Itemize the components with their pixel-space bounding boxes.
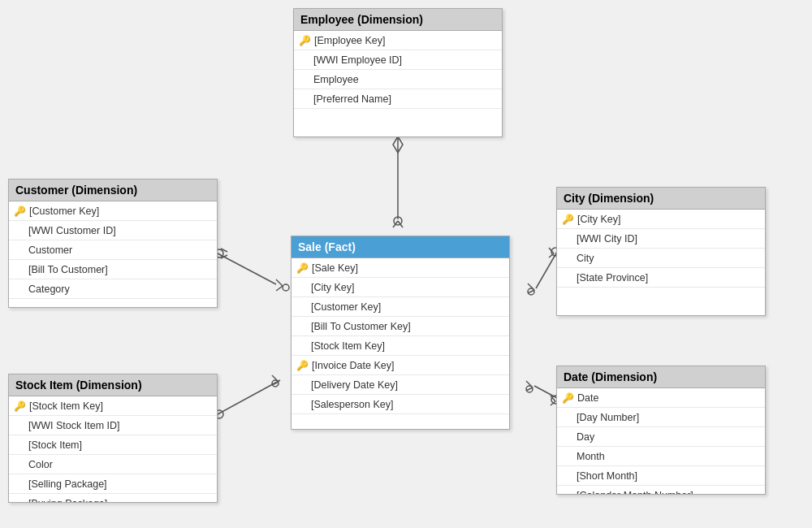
svg-line-5 (218, 253, 276, 284)
row-text: [Employee Key] (314, 35, 386, 46)
svg-marker-1 (393, 136, 403, 153)
row-text: [Delivery Date Key] (311, 379, 398, 391)
spacer (296, 282, 308, 293)
stockitem-table-body[interactable]: 🔑 [Stock Item Key] [WWI Stock Item ID] [… (9, 396, 217, 502)
spacer (296, 399, 308, 410)
row-text: [Stock Item Key] (311, 340, 385, 352)
spacer (562, 490, 573, 495)
row-text: Date (577, 392, 598, 404)
row-text: [City Key] (577, 214, 621, 225)
table-row: [Bill To Customer Key] (292, 317, 509, 336)
customer-table: Customer (Dimension) 🔑 [Customer Key] [W… (8, 179, 218, 308)
table-row: [Buying Package] (9, 494, 217, 502)
row-text: [State Province] (577, 272, 648, 283)
table-row: City (557, 249, 765, 268)
spacer (14, 283, 25, 295)
svg-line-26 (534, 386, 557, 398)
table-row: [Delivery Date Key] (292, 375, 509, 395)
table-row: 🔑 [Employee Key] (294, 31, 502, 50)
row-text: [Bill To Customer] (28, 264, 108, 275)
spacer (14, 420, 25, 431)
spacer (562, 412, 573, 423)
table-row: 🔑 Date (557, 388, 765, 408)
key-icon: 🔑 (296, 360, 309, 371)
svg-line-15 (528, 290, 534, 293)
key-icon: 🔑 (296, 262, 309, 274)
svg-point-9 (283, 284, 289, 291)
spacer (14, 478, 25, 490)
spacer (562, 451, 573, 462)
row-text: [Stock Item Key] (29, 400, 103, 412)
employee-table: Employee (Dimension) 🔑 [Employee Key] [W… (293, 8, 503, 137)
row-text: [Customer Key] (29, 206, 99, 217)
table-row: 🔑 [Invoice Date Key] (292, 356, 509, 375)
spacer (14, 459, 25, 470)
city-table-header: City (Dimension) (557, 188, 765, 210)
city-table-body[interactable]: 🔑 [City Key] [WWI City ID] City [State P… (557, 210, 765, 315)
sale-table: Sale (Fact) 🔑 [Sale Key] [City Key] [Cus… (291, 236, 510, 430)
row-text: Day (577, 431, 594, 443)
table-row: [Preferred Name] (294, 89, 502, 109)
row-text: [Preferred Name] (313, 93, 391, 105)
table-row: 🔑 [City Key] (557, 210, 765, 229)
table-row: 🔑 [Customer Key] (9, 201, 217, 221)
spacer (299, 93, 310, 105)
table-row: [Day Number] (557, 408, 765, 427)
svg-line-10 (221, 249, 227, 252)
row-text: Color (28, 459, 53, 470)
svg-line-32 (551, 401, 555, 405)
spacer (562, 233, 573, 245)
spacer (14, 264, 25, 275)
table-row: [City Key] (292, 278, 509, 297)
row-text: Employee (313, 74, 359, 85)
svg-line-12 (536, 252, 557, 288)
table-row: [State Province] (557, 268, 765, 288)
table-row: Month (557, 447, 765, 466)
row-text: City (577, 253, 594, 264)
spacer (299, 74, 310, 85)
svg-line-7 (276, 279, 283, 286)
table-row: [Selling Package] (9, 474, 217, 494)
svg-line-22 (272, 382, 279, 385)
row-text: [City Key] (311, 282, 355, 293)
row-text: [Day Number] (577, 412, 639, 423)
table-row: Customer (9, 240, 217, 260)
spacer (562, 272, 573, 283)
sale-table-body[interactable]: 🔑 [Sale Key] [City Key] [Customer Key] [… (292, 258, 509, 429)
row-text: Month (577, 451, 605, 462)
svg-point-2 (394, 217, 402, 225)
row-text: [Salesperson Key] (311, 399, 393, 410)
svg-point-23 (272, 380, 279, 387)
employee-table-body[interactable]: 🔑 [Employee Key] [WWI Employee ID] Emplo… (294, 31, 502, 136)
svg-line-14 (528, 283, 534, 290)
customer-table-body[interactable]: 🔑 [Customer Key] [WWI Customer ID] Custo… (9, 201, 217, 307)
row-text: [Invoice Date Key] (312, 360, 394, 371)
row-text: [Bill To Customer Key] (311, 321, 411, 332)
spacer (562, 470, 573, 482)
date-table-body[interactable]: 🔑 Date [Day Number] Day Month [Short Mon… (557, 388, 765, 494)
sale-table-header: Sale (Fact) (292, 236, 509, 258)
row-text: [WWI Employee ID] (313, 54, 402, 66)
table-row: [Short Month] (557, 466, 765, 486)
table-row: [Calendar Month Number] (557, 486, 765, 494)
customer-table-header: Customer (Dimension) (9, 180, 217, 201)
svg-line-11 (221, 255, 227, 258)
svg-line-3 (393, 221, 398, 227)
row-text: [Stock Item] (28, 439, 82, 451)
row-text: [WWI City ID] (577, 233, 637, 245)
date-table: Date (Dimension) 🔑 Date [Day Number] Day… (556, 366, 766, 495)
row-text: [Sale Key] (312, 262, 358, 274)
employee-table-header: Employee (Dimension) (294, 9, 502, 31)
row-text: [Selling Package] (28, 478, 107, 490)
key-icon: 🔑 (562, 392, 574, 404)
table-row: [WWI Employee ID] (294, 50, 502, 70)
table-row: [WWI Stock Item ID] (9, 416, 217, 435)
diagram-canvas: Employee (Dimension) 🔑 [Employee Key] [W… (0, 0, 812, 528)
city-table: City (Dimension) 🔑 [City Key] [WWI City … (556, 187, 766, 316)
spacer (296, 379, 308, 391)
table-row: Category (9, 279, 217, 299)
table-row: Color (9, 455, 217, 474)
spacer (562, 253, 573, 264)
table-row: [WWI City ID] (557, 229, 765, 249)
row-text: [Buying Package] (28, 498, 107, 503)
